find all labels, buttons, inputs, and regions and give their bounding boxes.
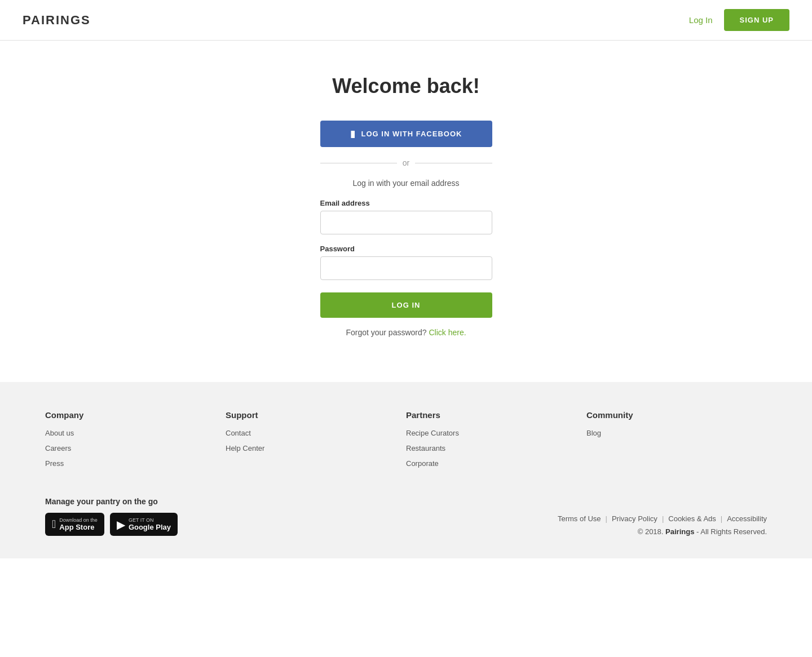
- footer-link-blog[interactable]: Blog: [586, 429, 767, 437]
- google-play-name: Google Play: [129, 523, 171, 531]
- footer-partners-col: Partners Recipe Curators Restaurants Cor…: [406, 410, 586, 474]
- footer-link-recipe-curators[interactable]: Recipe Curators: [406, 429, 586, 437]
- divider-text: or: [403, 158, 409, 167]
- divider-line-left: [320, 163, 397, 163]
- footer-brand: Pairings: [665, 527, 694, 536]
- login-link[interactable]: Log In: [689, 15, 713, 25]
- app-section-title: Manage your pantry on the go: [45, 497, 178, 506]
- header-nav: Log In SIGN UP: [689, 9, 789, 31]
- password-input[interactable]: [320, 256, 492, 280]
- footer-legal: Terms of Use | Privacy Policy | Cookies …: [558, 514, 767, 536]
- main-content: Welcome back! ▮ LOG IN WITH FACEBOOK or …: [0, 41, 812, 382]
- footer-company-title: Company: [45, 410, 226, 420]
- forgot-password-text: Forgot your password? Click here.: [320, 328, 492, 337]
- play-icon: ▶: [117, 518, 125, 531]
- footer-link-corporate[interactable]: Corporate: [406, 459, 586, 468]
- footer-link-restaurants[interactable]: Restaurants: [406, 444, 586, 452]
- facebook-btn-label: LOG IN WITH FACEBOOK: [361, 130, 462, 138]
- logo: PAIRINGS: [23, 13, 91, 28]
- privacy-link[interactable]: Privacy Policy: [612, 514, 657, 523]
- footer-copyright: © 2018. Pairings - All Rights Reserved.: [558, 527, 767, 536]
- email-label: Email address: [320, 199, 492, 207]
- footer-link-contact[interactable]: Contact: [226, 429, 406, 437]
- welcome-title: Welcome back!: [332, 74, 479, 98]
- divider-line-right: [415, 163, 492, 163]
- footer-link-press[interactable]: Press: [45, 459, 226, 468]
- app-store-sub: Download on the: [59, 517, 98, 523]
- login-button[interactable]: LOG IN: [320, 292, 492, 318]
- google-play-badge[interactable]: ▶ GET IT ON Google Play: [110, 513, 178, 536]
- forgot-password-link[interactable]: Click here.: [429, 328, 466, 337]
- login-form-container: ▮ LOG IN WITH FACEBOOK or Log in with yo…: [320, 121, 492, 337]
- terms-link[interactable]: Terms of Use: [558, 514, 601, 523]
- footer-community-title: Community: [586, 410, 767, 420]
- app-badges:  Download on the App Store ▶ GET IT ON …: [45, 513, 178, 536]
- footer-company-col: Company About us Careers Press: [45, 410, 226, 474]
- footer-bottom: Manage your pantry on the go  Download …: [45, 497, 767, 536]
- footer-community-col: Community Blog: [586, 410, 767, 474]
- google-play-sub: GET IT ON: [129, 517, 171, 523]
- footer-link-careers[interactable]: Careers: [45, 444, 226, 452]
- footer-legal-links: Terms of Use | Privacy Policy | Cookies …: [558, 514, 767, 523]
- footer-link-help-center[interactable]: Help Center: [226, 444, 406, 452]
- divider: or: [320, 158, 492, 167]
- facebook-icon: ▮: [350, 128, 356, 139]
- app-store-badge[interactable]:  Download on the App Store: [45, 513, 104, 536]
- footer-partners-title: Partners: [406, 410, 586, 420]
- footer-app-section: Manage your pantry on the go  Download …: [45, 497, 178, 536]
- email-input[interactable]: [320, 211, 492, 234]
- password-label: Password: [320, 245, 492, 253]
- footer-support-col: Support Contact Help Center: [226, 410, 406, 474]
- facebook-login-button[interactable]: ▮ LOG IN WITH FACEBOOK: [320, 121, 492, 147]
- footer-support-title: Support: [226, 410, 406, 420]
- accessibility-link[interactable]: Accessibility: [727, 514, 767, 523]
- header: PAIRINGS Log In SIGN UP: [0, 0, 812, 41]
- app-store-name: App Store: [59, 523, 98, 531]
- footer-columns: Company About us Careers Press Support C…: [45, 410, 767, 474]
- footer: Company About us Careers Press Support C…: [0, 382, 812, 558]
- footer-link-about[interactable]: About us: [45, 429, 226, 437]
- apple-icon: : [52, 518, 56, 531]
- email-instruction: Log in with your email address: [320, 179, 492, 188]
- cookies-link[interactable]: Cookies & Ads: [668, 514, 716, 523]
- signup-button[interactable]: SIGN UP: [724, 9, 789, 31]
